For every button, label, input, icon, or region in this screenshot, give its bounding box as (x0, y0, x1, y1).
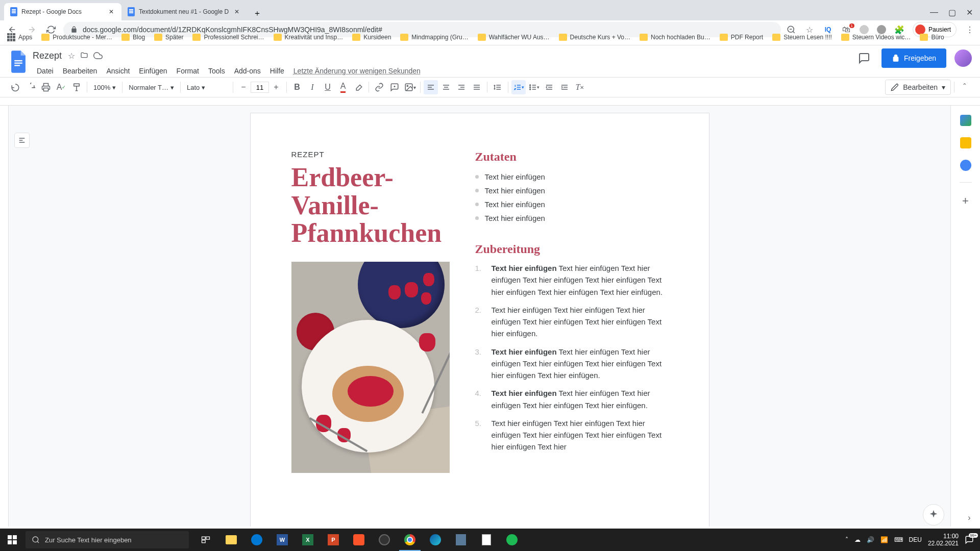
menu-einfuegen[interactable]: Einfügen (135, 65, 171, 77)
onedrive-icon[interactable]: ☁ (854, 536, 861, 543)
extension-icon[interactable]: 🛍1 (841, 24, 851, 35)
notepad-icon[interactable] (474, 529, 499, 551)
vertical-ruler[interactable] (0, 106, 9, 527)
decrease-indent-button[interactable] (542, 80, 556, 94)
redo-button[interactable] (23, 80, 38, 94)
collapse-toolbar-button[interactable]: ˆ (958, 80, 972, 94)
close-icon[interactable]: ✕ (233, 8, 241, 16)
file-explorer-icon[interactable] (218, 529, 244, 551)
cloud-status-icon[interactable] (93, 51, 103, 61)
horizontal-ruler[interactable] (0, 97, 980, 106)
bulleted-list-button[interactable]: ▾ (527, 80, 541, 94)
preparation-heading[interactable]: Zubereitung (475, 242, 668, 256)
maximize-icon[interactable]: ▢ (948, 8, 956, 17)
clock[interactable]: 11:00 22.02.2021 (928, 533, 959, 547)
add-comment-button[interactable] (387, 80, 402, 94)
insert-image-button[interactable]: ▾ (403, 80, 417, 94)
bookmark[interactable]: Später (154, 34, 183, 41)
line-spacing-button[interactable] (491, 80, 505, 94)
underline-button[interactable]: U (321, 80, 335, 94)
star-icon[interactable]: ☆ (68, 51, 75, 61)
increase-indent-button[interactable] (557, 80, 572, 94)
bookmark[interactable]: Blog (121, 34, 145, 41)
ingredients-heading[interactable]: Zutaten (475, 150, 668, 164)
browser-tab-active[interactable]: Rezept - Google Docs ✕ (4, 3, 121, 20)
align-right-button[interactable] (454, 80, 469, 94)
recipe-image[interactable] (291, 262, 450, 473)
list-item[interactable]: Text hier einfügen Text hier einfügen Te… (475, 262, 668, 298)
page[interactable]: REZEPT Erdbeer-Vanille-Pfannkuchen Zutat… (250, 113, 709, 527)
tray-chevron-icon[interactable]: ˄ (845, 536, 848, 543)
bold-button[interactable]: B (290, 80, 304, 94)
undo-button[interactable] (8, 80, 22, 94)
keep-addon-icon[interactable] (960, 137, 971, 148)
list-item[interactable]: Text hier einfügen (475, 184, 668, 197)
word-icon[interactable]: W (270, 529, 295, 551)
editing-mode-select[interactable]: Bearbeiten ▾ (885, 80, 951, 95)
page-scroll-area[interactable]: REZEPT Erdbeer-Vanille-Pfannkuchen Zutat… (9, 106, 950, 527)
new-tab-button[interactable]: ＋ (250, 6, 264, 20)
excel-icon[interactable]: X (295, 529, 321, 551)
insert-link-button[interactable] (372, 80, 386, 94)
powerpoint-icon[interactable]: P (321, 529, 346, 551)
calendar-addon-icon[interactable] (960, 115, 971, 126)
align-center-button[interactable] (439, 80, 453, 94)
bookmark[interactable]: Deutsche Kurs + Vo… (559, 34, 630, 41)
paint-format-button[interactable] (69, 80, 84, 94)
close-window-icon[interactable]: ✕ (966, 8, 973, 17)
zoom-select[interactable]: 100% ▾ (90, 81, 119, 94)
docs-logo[interactable] (8, 48, 29, 75)
taskbar-search[interactable]: Zur Suche Text hier eingeben (26, 531, 189, 548)
paragraph-style-select[interactable]: Normaler T… ▾ (126, 81, 177, 94)
italic-button[interactable]: I (305, 80, 320, 94)
bookmark[interactable]: Produktsuche - Mer… (41, 34, 112, 41)
add-addon-button[interactable]: + (959, 194, 973, 208)
minimize-icon[interactable]: — (930, 8, 938, 17)
document-overline[interactable]: REZEPT (291, 150, 455, 159)
highlight-button[interactable] (351, 80, 365, 94)
tasks-addon-icon[interactable] (960, 160, 971, 171)
list-item[interactable]: Text hier einfügen Text hier einfügen Te… (475, 304, 668, 340)
spotify-icon[interactable] (499, 529, 525, 551)
kebab-menu-icon[interactable]: ⋮ (965, 24, 975, 35)
app-icon[interactable] (448, 529, 474, 551)
edge-legacy-icon[interactable] (244, 529, 270, 551)
clear-formatting-button[interactable]: T✕ (573, 80, 587, 94)
notifications-button[interactable]: 99+ (965, 535, 974, 544)
menu-ansicht[interactable]: Ansicht (102, 65, 134, 77)
menu-tools[interactable]: Tools (204, 65, 229, 77)
share-button[interactable]: Freigeben (881, 48, 946, 68)
bookmark[interactable]: Kursideen (352, 34, 391, 41)
move-icon[interactable] (80, 51, 88, 61)
document-title[interactable]: Rezept (33, 51, 62, 61)
close-icon[interactable]: ✕ (107, 8, 115, 16)
bookmark[interactable]: Steuern Lesen !!!! (772, 34, 832, 41)
bookmark[interactable]: Mindmapping (Gru… (400, 34, 468, 41)
bookmark[interactable]: Kreativität und Insp… (274, 34, 344, 41)
bookmark[interactable]: Professionell Schrei… (192, 34, 264, 41)
keyboard-icon[interactable]: ⌨ (894, 536, 903, 543)
decrease-font-button[interactable]: − (236, 80, 251, 94)
list-item[interactable]: Text hier einfügen Text hier einfügen Te… (475, 417, 668, 453)
align-left-button[interactable] (424, 80, 438, 94)
wifi-icon[interactable]: 📶 (880, 536, 888, 543)
increase-font-button[interactable]: + (269, 80, 283, 94)
chrome-icon[interactable] (397, 529, 423, 551)
numbered-list-button[interactable]: ▾ (511, 80, 526, 94)
list-item[interactable]: Text hier einfügen (475, 211, 668, 225)
show-outline-button[interactable] (14, 133, 30, 148)
extension-icon[interactable] (860, 25, 869, 34)
list-item[interactable]: Text hier einfügen Text hier einfügen Te… (475, 387, 668, 411)
brave-icon[interactable] (346, 529, 372, 551)
menu-bearbeiten[interactable]: Bearbeiten (59, 65, 102, 77)
text-color-button[interactable]: A (336, 80, 350, 94)
bookmark[interactable]: PDF Report (720, 34, 763, 41)
comments-button[interactable] (855, 49, 873, 67)
forward-button[interactable] (24, 22, 39, 37)
bookmark[interactable]: Steuern Videos wic… (841, 34, 911, 41)
last-edit-link[interactable]: Letzte Änderung vor wenigen Sekunden (289, 65, 425, 77)
font-select[interactable]: Lato ▾ (184, 81, 230, 94)
list-item[interactable]: Text hier einfügen (475, 197, 668, 211)
font-size-input[interactable]: 11 (251, 82, 269, 93)
volume-icon[interactable]: 🔊 (867, 536, 874, 543)
